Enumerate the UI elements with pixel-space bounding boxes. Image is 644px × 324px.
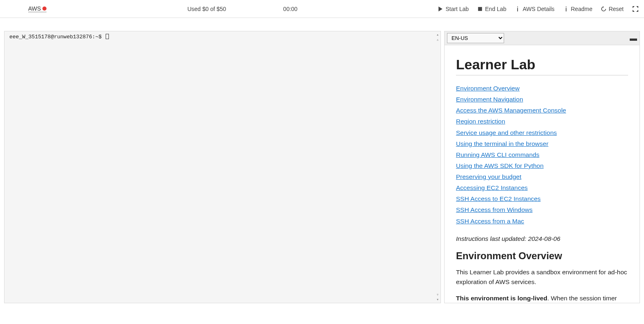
svg-marker-10 — [636, 10, 638, 12]
topbar-center: Used $0 of $50 00:00 — [51, 6, 434, 12]
section-heading: Environment Overview — [456, 250, 628, 262]
terminal-panel[interactable]: ▴ ▵ eee_W_3515178@runweb132876:~$ ▿ ▾ — [4, 31, 441, 303]
timer-text: 00:00 — [283, 6, 297, 12]
toc-link[interactable]: Using the AWS SDK for Python — [456, 162, 544, 169]
toc-link[interactable]: Region restriction — [456, 118, 505, 125]
topbar-left: AWS — [6, 5, 46, 12]
fullscreen-icon — [633, 6, 638, 12]
end-lab-label: End Lab — [485, 6, 506, 12]
svg-rect-3 — [518, 8, 518, 11]
svg-marker-7 — [633, 6, 635, 8]
toc-link[interactable]: Running AWS CLI commands — [456, 151, 539, 158]
terminal-cursor-icon — [106, 34, 109, 39]
terminal-scroll-up[interactable]: ▴ ▵ — [436, 32, 439, 42]
toc-link[interactable]: Using the terminal in the browser — [456, 140, 549, 147]
longlived-paragraph: This environment is long-lived. When the… — [456, 293, 628, 303]
toc-link[interactable]: Access the AWS Management Console — [456, 107, 566, 114]
budget-text: Used $0 of $50 — [187, 6, 226, 12]
info-icon — [515, 7, 520, 11]
title-divider — [456, 75, 628, 75]
start-lab-label: Start Lab — [445, 6, 469, 12]
updated-text: Instructions last updated: 2024-08-06 — [456, 235, 560, 242]
toc-link[interactable]: SSH Access to EC2 Instances — [456, 195, 541, 202]
readme-label: Readme — [571, 6, 593, 12]
reset-label: Reset — [609, 6, 624, 12]
scroll-up-alt-icon: ▵ — [436, 37, 439, 42]
toc-list: Environment Overview Environment Navigat… — [456, 83, 628, 227]
aws-label: AWS — [28, 5, 41, 12]
readme-button[interactable]: Readme — [564, 6, 593, 12]
intro-paragraph: This Learner Lab provides a sandbox envi… — [456, 267, 628, 287]
svg-marker-0 — [439, 7, 443, 11]
scroll-down-alt-icon: ▿ — [436, 292, 439, 297]
toc-link[interactable]: SSH Access from a Mac — [456, 218, 524, 225]
svg-marker-8 — [636, 6, 638, 8]
end-lab-button[interactable]: End Lab — [478, 6, 506, 12]
terminal-scroll-down[interactable]: ▿ ▾ — [436, 292, 439, 302]
play-icon — [438, 7, 443, 11]
toc-link[interactable]: Accessing EC2 Instances — [456, 184, 528, 191]
svg-rect-4 — [566, 7, 567, 7]
aws-details-button[interactable]: AWS Details — [515, 6, 554, 12]
main-area: ▴ ▵ eee_W_3515178@runweb132876:~$ ▿ ▾ EN… — [0, 31, 644, 303]
instructions-body[interactable]: Learner Lab Environment Overview Environ… — [445, 45, 640, 303]
toc-link[interactable]: Preserving your budget — [456, 173, 521, 180]
scroll-down-icon: ▾ — [436, 297, 439, 302]
svg-rect-2 — [518, 7, 518, 7]
fullscreen-button[interactable] — [633, 6, 638, 12]
reset-button[interactable]: Reset — [601, 6, 624, 12]
svg-marker-9 — [633, 10, 635, 12]
minimize-icon[interactable]: ▬ — [630, 36, 637, 40]
toc-link[interactable]: Service usage and other restrictions — [456, 129, 557, 136]
status-dot-icon — [42, 7, 46, 11]
terminal-prompt: eee_W_3515178@runweb132876:~$ — [9, 34, 102, 40]
language-select[interactable]: EN-US — [447, 33, 504, 43]
scroll-up-icon: ▴ — [436, 32, 439, 37]
topbar-right: Start Lab End Lab AWS Details Readme Res… — [438, 6, 638, 12]
svg-rect-1 — [478, 7, 482, 11]
aws-link[interactable]: AWS — [28, 5, 46, 12]
longlived-bold: This environment is long-lived — [456, 295, 547, 302]
info-icon — [564, 7, 569, 11]
doc-title: Learner Lab — [456, 57, 628, 73]
instructions-panel: EN-US ▬ Learner Lab Environment Overview… — [444, 31, 640, 303]
aws-details-label: AWS Details — [522, 6, 554, 12]
instructions-header: EN-US ▬ — [445, 31, 640, 45]
reset-icon — [601, 7, 606, 11]
toc-link[interactable]: Environment Navigation — [456, 96, 523, 103]
topbar: AWS Used $0 of $50 00:00 Start Lab End L… — [0, 0, 644, 18]
start-lab-button[interactable]: Start Lab — [438, 6, 469, 12]
stop-icon — [478, 7, 482, 11]
svg-rect-5 — [566, 8, 567, 11]
toc-link[interactable]: Environment Overview — [456, 85, 520, 92]
toc-link[interactable]: SSH Access from Windows — [456, 206, 533, 213]
